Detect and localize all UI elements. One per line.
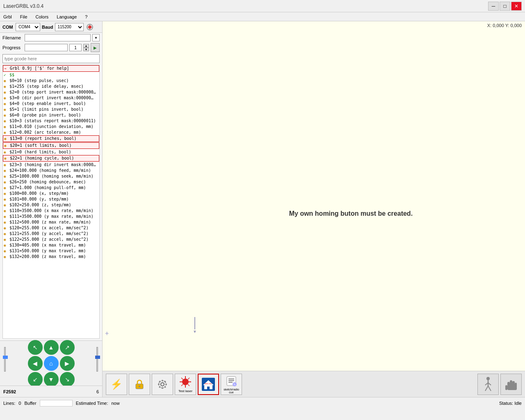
settings-button[interactable]	[152, 374, 173, 395]
left-panel: COM COM4 Baud 115200 Filen	[0, 21, 103, 397]
svg-line-24	[188, 384, 189, 386]
script-button[interactable]: ✎ sketch/radio cue	[221, 374, 242, 395]
script-icon: ✎	[225, 375, 237, 387]
lock-button[interactable]	[129, 374, 150, 395]
svg-point-12	[158, 383, 160, 385]
toolbar-right-buttons	[477, 374, 522, 395]
rds-cnc-homing-button[interactable]: RDS CNC HOMING	[198, 374, 219, 395]
jog-down-button[interactable]: ▼	[44, 372, 59, 387]
jog-upleft-button[interactable]: ↖	[28, 340, 43, 355]
maximize-button[interactable]: □	[500, 2, 510, 11]
svg-line-42	[488, 386, 491, 391]
svg-point-16	[159, 386, 161, 388]
gear-icon	[157, 379, 168, 390]
close-button[interactable]: ✕	[511, 2, 522, 11]
gcode-input[interactable]	[2, 54, 100, 63]
jog-panel: ↖ ▲ ↗ ◀ ⌂ ▶ ↙ ▼ ↘	[0, 340, 102, 386]
window-controls: ─ □ ✕	[488, 2, 522, 11]
status-value: Idle	[514, 401, 522, 406]
hand-button[interactable]	[500, 374, 522, 395]
connect-button[interactable]	[85, 23, 94, 32]
spin-down-button[interactable]: ▼	[83, 48, 89, 51]
svg-rect-47	[507, 388, 517, 390]
filename-dropdown[interactable]: ▼	[92, 34, 100, 41]
jog-right-button[interactable]: ▶	[60, 356, 75, 371]
svg-point-14	[159, 381, 161, 382]
svg-point-15	[164, 386, 166, 388]
svg-point-18	[182, 379, 189, 385]
svg-point-13	[165, 383, 167, 385]
left-speed-slider[interactable]	[2, 347, 7, 380]
test-laser-label: Test laser	[178, 389, 192, 393]
title-bar: LaserGRBL v3.0.4 ─ □ ✕	[0, 0, 525, 12]
svg-line-23	[181, 378, 183, 379]
run-button[interactable]: ▶	[91, 43, 100, 52]
status-label: Status:	[499, 401, 513, 406]
lines-value: 0	[18, 401, 21, 406]
canvas-main[interactable]: My own homing buton must be created. ▼ +	[103, 21, 525, 371]
homing-icon: RDS CNC HOMING	[201, 377, 216, 392]
laser-icon	[179, 375, 192, 388]
jog-downleft-button[interactable]: ↙	[28, 372, 43, 387]
annotation-arrow: ▼	[193, 317, 197, 334]
canvas-annotation: My own homing buton must be created.	[289, 210, 413, 217]
com-label: COM	[2, 25, 14, 30]
origin-crosshair: +	[105, 330, 109, 337]
spin-up-button[interactable]: ▲	[83, 44, 89, 48]
jog-up-button[interactable]: ▲	[44, 340, 59, 355]
svg-point-8	[161, 383, 164, 386]
flash-icon: ⚡	[110, 379, 123, 390]
right-slider-track[interactable]	[96, 347, 98, 372]
lock-icon	[134, 379, 145, 390]
test-laser-button[interactable]: Test laser	[175, 374, 196, 395]
script-label: sketch/radio cue	[221, 388, 242, 394]
progress-number-input[interactable]	[69, 44, 82, 51]
jog-downright-button[interactable]: ↘	[60, 372, 75, 387]
baud-select[interactable]: 115200	[55, 23, 84, 31]
left-slider-thumb[interactable]	[3, 356, 8, 359]
jog-left-button[interactable]: ◀	[28, 356, 43, 371]
svg-line-41	[485, 386, 488, 391]
walk-button[interactable]	[477, 374, 499, 395]
estimated-time-label: Estimated Time:	[76, 401, 108, 406]
filename-input[interactable]	[25, 34, 91, 41]
status-right: Status: Idle	[499, 401, 522, 406]
baud-label: Baud	[42, 25, 53, 30]
menu-help[interactable]: ?	[83, 14, 89, 20]
main-layout: COM COM4 Baud 115200 Filen	[0, 21, 525, 397]
svg-text:✎: ✎	[233, 383, 236, 386]
svg-line-26	[181, 384, 183, 386]
buffer-input[interactable]	[40, 400, 73, 406]
svg-point-11	[162, 387, 163, 389]
flash-button[interactable]: ⚡	[106, 374, 127, 395]
lines-label: Lines:	[3, 401, 15, 406]
progress-bar	[25, 44, 68, 51]
buffer-label: Buffer	[24, 401, 36, 406]
walk-icon	[482, 376, 494, 393]
minimize-button[interactable]: ─	[488, 2, 499, 11]
menu-language[interactable]: Language	[55, 14, 78, 20]
menu-bar: Grbl File Colors Language ?	[0, 12, 525, 21]
progress-row: Progress ▲ ▼ ▶	[0, 43, 102, 52]
menu-file[interactable]: File	[18, 14, 29, 20]
bottom-status-bar: Lines: 0 Buffer Estimated Time: now Stat…	[0, 397, 525, 409]
menu-grbl[interactable]: Grbl	[2, 14, 14, 20]
jog-home-button[interactable]: ⌂	[44, 356, 59, 371]
speed-value: 6	[96, 389, 99, 394]
svg-point-17	[164, 381, 166, 382]
svg-point-1	[88, 25, 91, 29]
app-title: LaserGRBL v3.0.4	[3, 3, 488, 9]
com-bar: COM COM4 Baud 115200	[0, 21, 102, 33]
jog-upright-button[interactable]: ↗	[60, 340, 75, 355]
hand-icon	[504, 376, 518, 393]
svg-point-37	[486, 377, 490, 380]
left-slider-track[interactable]	[4, 347, 6, 372]
right-slider-thumb[interactable]	[95, 356, 100, 359]
bottom-toolbar: ⚡	[103, 371, 525, 397]
menu-colors[interactable]: Colors	[34, 14, 50, 20]
right-speed-slider[interactable]	[95, 347, 100, 380]
com-select[interactable]: COM4	[16, 23, 40, 31]
svg-point-7	[139, 386, 140, 387]
svg-line-25	[188, 378, 189, 379]
console-output[interactable]: →Grbl 0.9j ['$' for help]✓$$◉$0=10 (step…	[2, 65, 100, 339]
